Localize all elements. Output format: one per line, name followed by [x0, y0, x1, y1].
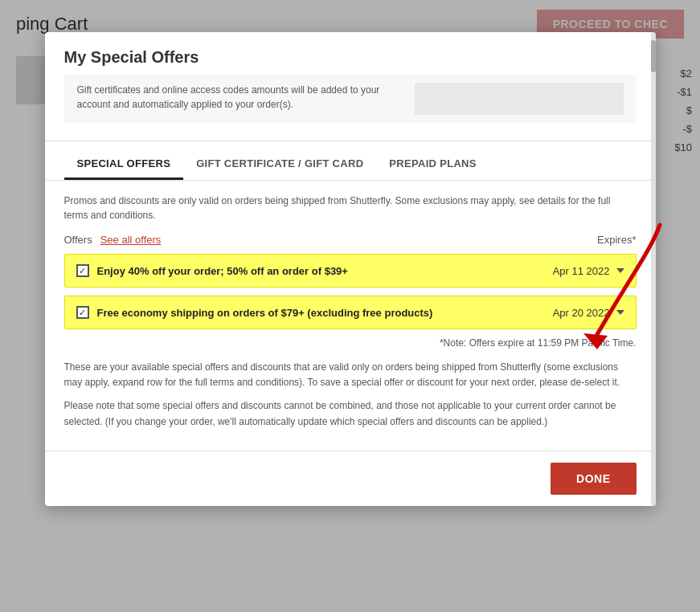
modal-title: My Special Offers	[64, 48, 637, 67]
offers-note: *Note: Offers expire at 11:59 PM Pacific…	[64, 337, 637, 349]
offers-header: Offers See all offers Expires*	[64, 234, 637, 246]
offers-header-left: Offers See all offers	[64, 234, 162, 246]
offer-row-1-left: Enjoy 40% off your order; 50% off an ord…	[76, 264, 348, 277]
done-button[interactable]: DONE	[551, 463, 636, 495]
modal-header: My Special Offers Gift certificates and …	[45, 32, 656, 141]
expires-header: Expires*	[597, 234, 636, 246]
modal-done-bar: DONE	[45, 451, 656, 506]
offers-label: Offers	[64, 234, 92, 246]
offer-2-checkbox[interactable]	[76, 306, 89, 319]
offer-1-expires: Apr 11 2022	[553, 265, 610, 277]
offer-row-2-left: Free economy shipping on orders of $79+ …	[76, 306, 433, 319]
modal-scrollbar-thumb[interactable]	[651, 40, 656, 72]
modal-container: My Special Offers Gift certificates and …	[45, 32, 656, 506]
offer-1-text: Enjoy 40% off your order; 50% off an ord…	[97, 265, 348, 277]
modal-info-box: Gift certificates and online access code…	[64, 75, 637, 123]
promo-note: Promos and discounts are only valid on o…	[64, 194, 637, 222]
modal-footer-notes: These are your available special offers …	[64, 360, 637, 430]
modal-scrollbar[interactable]	[651, 32, 656, 506]
offer-2-text: Free economy shipping on orders of $79+ …	[97, 307, 433, 319]
offer-2-expires: Apr 20 2022	[553, 307, 610, 319]
modal-info-right-area	[415, 83, 624, 115]
tab-gift-certificate[interactable]: GIFT CERTIFICATE / GIFT CARD	[183, 149, 376, 180]
modal-body: Promos and discounts are only valid on o…	[45, 181, 656, 451]
offer-1-checkbox[interactable]	[76, 264, 89, 277]
offer-1-right: Apr 11 2022	[553, 265, 624, 277]
tab-special-offers[interactable]: SPECIAL OFFERS	[64, 149, 184, 180]
offer-row-2: Free economy shipping on orders of $79+ …	[64, 296, 637, 329]
footer-note-2: Please note that some special offers and…	[64, 398, 637, 429]
tab-prepaid-plans[interactable]: PREPAID PLANS	[376, 149, 489, 180]
modal-tabs: SPECIAL OFFERS GIFT CERTIFICATE / GIFT C…	[45, 149, 656, 181]
footer-note-1: These are your available special offers …	[64, 360, 637, 390]
offer-2-chevron-icon[interactable]	[616, 310, 624, 315]
modal-overlay: My Special Offers Gift certificates and …	[0, 0, 700, 612]
offer-1-chevron-icon[interactable]	[616, 268, 624, 273]
offer-2-right: Apr 20 2022	[553, 307, 624, 319]
modal-info-text: Gift certificates and online access code…	[77, 83, 399, 112]
see-all-offers-link[interactable]: See all offers	[100, 234, 162, 246]
offer-row-1: Enjoy 40% off your order; 50% off an ord…	[64, 254, 637, 288]
